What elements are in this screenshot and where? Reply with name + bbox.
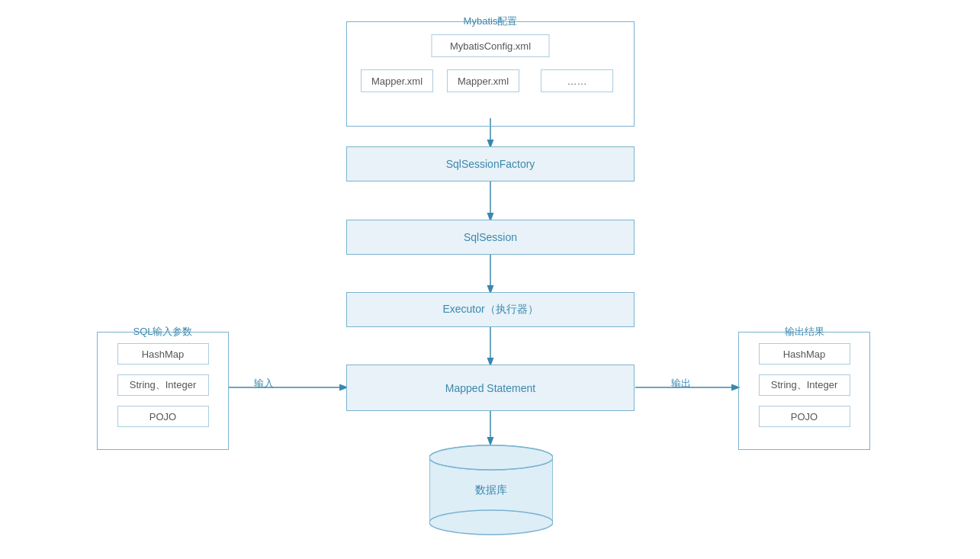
svg-text:数据库: 数据库 xyxy=(475,484,507,496)
mapper1-box: Mapper.xml xyxy=(361,69,433,92)
sql-input-item2-box: String、Integer xyxy=(117,374,209,396)
sql-session-factory-label: SqlSessionFactory xyxy=(446,158,535,170)
mapped-statement-box: Mapped Statement xyxy=(346,365,635,411)
mapper1-label: Mapper.xml xyxy=(371,75,423,87)
sql-input-item3: POJO xyxy=(149,411,176,422)
mybatisconfig-label: MybatisConfig.xml xyxy=(450,40,531,52)
sql-session-label: SqlSession xyxy=(464,231,517,243)
output-item2: String、Integer xyxy=(771,378,837,392)
mybatis-config-box: Mybatis配置 MybatisConfig.xml Mapper.xml M… xyxy=(346,21,635,127)
output-box: 输出结果 HashMap String、Integer POJO xyxy=(738,332,870,450)
sql-input-item1-box: HashMap xyxy=(117,343,209,365)
sql-input-title: SQL输入参数 xyxy=(98,325,228,339)
output-arrow-label: 输出 xyxy=(671,377,691,390)
mybatis-config-title: Mybatis配置 xyxy=(347,14,634,28)
mapper2-box: Mapper.xml xyxy=(447,69,519,92)
output-item3-box: POJO xyxy=(759,406,850,427)
dots-label: …… xyxy=(567,75,587,87)
mybatisconfig-box: MybatisConfig.xml xyxy=(432,34,550,57)
svg-point-10 xyxy=(429,445,553,470)
dots-box: …… xyxy=(541,69,613,92)
sql-session-factory-box: SqlSessionFactory xyxy=(346,146,635,182)
sql-session-box: SqlSession xyxy=(346,220,635,255)
executor-box: Executor（执行器） xyxy=(346,292,635,327)
input-arrow-label: 输入 xyxy=(254,377,274,390)
output-item1-box: HashMap xyxy=(759,343,850,365)
output-item1: HashMap xyxy=(783,349,826,360)
sql-input-item1: HashMap xyxy=(142,349,185,360)
output-item3: POJO xyxy=(791,411,818,422)
output-title: 输出结果 xyxy=(739,325,869,339)
database-cylinder: 数据库 xyxy=(429,444,553,535)
mapped-statement-label: Mapped Statement xyxy=(445,382,535,394)
output-item2-box: String、Integer xyxy=(759,374,850,396)
sql-input-item2: String、Integer xyxy=(130,378,196,392)
sql-input-box: SQL输入参数 HashMap String、Integer POJO xyxy=(97,332,229,450)
executor-label: Executor（执行器） xyxy=(442,303,538,316)
sql-input-item3-box: POJO xyxy=(117,406,209,427)
svg-point-9 xyxy=(429,510,553,535)
diagram-container: Mybatis配置 MybatisConfig.xml Mapper.xml M… xyxy=(0,0,980,559)
mapper2-label: Mapper.xml xyxy=(458,75,509,87)
